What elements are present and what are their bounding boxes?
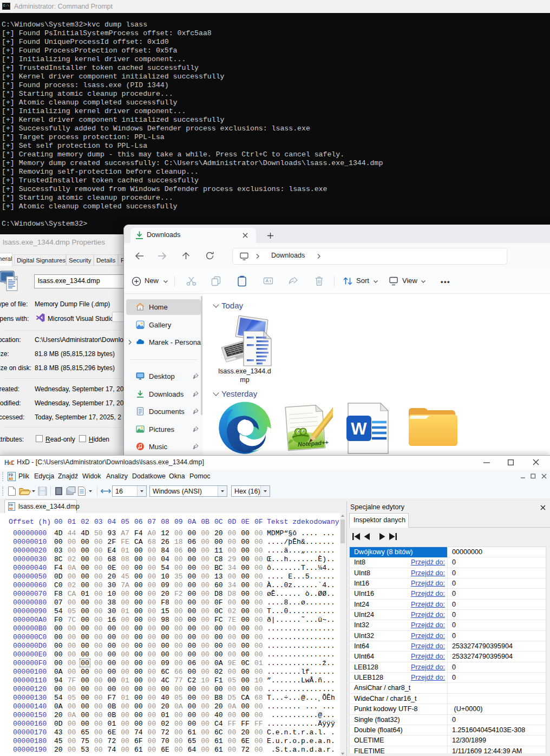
svg-text:FD: FD — [9, 474, 13, 477]
svg-text:W: W — [351, 419, 367, 438]
svg-text:AO: AO — [9, 477, 13, 481]
svg-text:D: D — [11, 459, 15, 466]
svg-text:AO: AO — [9, 507, 14, 511]
